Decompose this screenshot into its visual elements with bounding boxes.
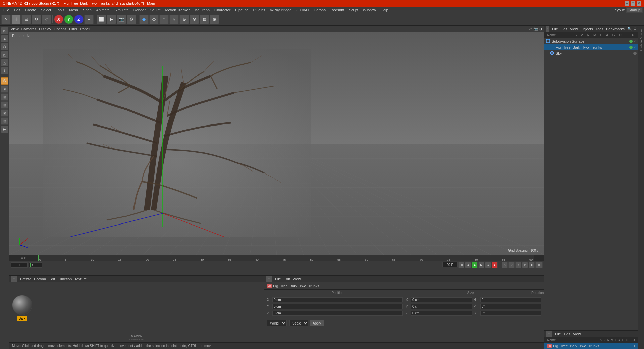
rph-tags[interactable]: Tags [596,27,603,31]
attr-menu-file[interactable]: File [275,277,281,281]
minimize-button[interactable]: ─ [625,1,629,6]
obj-item-sky[interactable]: Sky [544,50,638,56]
tool-rotate[interactable]: ↺ [32,15,41,24]
menu-animate[interactable]: Animate [94,7,112,13]
menu-create[interactable]: Create [23,7,38,13]
tool-object-3[interactable]: ○ [159,15,169,24]
menu-character[interactable]: Character [212,7,232,13]
vt-options[interactable]: Options [54,27,66,31]
sidetool-polygon[interactable]: ⬡ [1,43,8,50]
coord-y-pos[interactable] [272,304,403,309]
rp-attr-toggle[interactable]: ≡ [546,331,552,337]
sidetool-edge[interactable]: ◳ [1,51,8,58]
tool-cursor[interactable]: ↖ [1,15,11,24]
attr-menu-view[interactable]: View [293,277,301,281]
render-picture-viewer[interactable]: 📷 [117,15,126,24]
coord-p-rot[interactable] [480,304,542,309]
axis-all[interactable]: ■ [84,15,94,24]
menu-edit[interactable]: Edit [12,7,22,13]
btn-tl-end[interactable]: ■ [529,262,535,268]
far-right-label-attrib[interactable]: Attribute Browser [639,26,644,54]
menu-redshift[interactable]: Redshift [328,7,346,13]
menu-simulate[interactable]: Simulate [112,7,131,13]
obj-item-figtree[interactable]: Fig_Tree_Bark_Two_Trunks ✓ [544,44,638,50]
vt-expand-icon[interactable]: ⤢ [529,27,532,31]
render-settings[interactable]: ⚙ [127,15,136,24]
apply-button[interactable]: Apply [310,320,324,326]
vt-filter[interactable]: Filter [69,27,77,31]
btn-go-start[interactable]: ⏮ [458,262,464,268]
axis-z[interactable]: Z [74,15,84,24]
rph-objects[interactable]: Objects [580,27,593,31]
sidetool-extra2[interactable]: ⊢ [1,126,8,133]
coord-z-size[interactable] [411,311,472,316]
rph-file[interactable]: File [552,27,558,31]
rp-toggle[interactable]: ≡ [546,26,549,32]
sidetool-point[interactable]: △ [1,59,8,66]
sidetool-grid[interactable]: ⊞ [1,93,8,101]
rp-attr-edit[interactable]: Edit [564,332,570,336]
vt-camera-icon[interactable]: 📷 [533,27,538,31]
sidetool-paint[interactable]: ⊘ [1,85,8,93]
attr-panel-toggle[interactable]: ≡ [266,276,272,282]
coord-x-pos[interactable] [272,297,403,302]
btn-record[interactable]: ● [492,262,498,268]
menu-corona[interactable]: Corona [312,7,328,13]
tool-object-5[interactable]: ⊕ [179,15,189,24]
timeline-scrollbar[interactable]: ⋮ [538,257,541,260]
timeline-playhead[interactable] [38,255,39,261]
rp-settings-icon[interactable]: ⚙ [633,27,637,31]
coord-b-rot[interactable] [480,311,542,316]
tool-object-1[interactable]: ◆ [139,15,149,24]
menu-snap[interactable]: Snap [81,7,94,13]
rph-view[interactable]: View [570,27,578,31]
scale-dropdown[interactable]: Scale [289,320,308,326]
menu-mesh[interactable]: Mesh [67,7,80,13]
btn-next-frame[interactable]: ▶ [478,262,484,268]
rp-attr-file[interactable]: File [555,332,561,336]
tool-object-4[interactable]: ☆ [169,15,179,24]
btn-prev-frame[interactable]: ◀ [465,262,471,268]
mat-menu-create[interactable]: Create [20,277,31,281]
menu-pipeline[interactable]: Pipeline [233,7,250,13]
menu-file[interactable]: File [1,7,11,13]
menu-motiontracker[interactable]: Motion Tracker [163,7,192,13]
rp-search-icon[interactable]: 🔍 [627,27,632,31]
sidetool-spline[interactable]: ⌇ [1,67,8,74]
vt-panel[interactable]: Panel [80,27,90,31]
menu-script[interactable]: Script [347,7,360,13]
coord-z-pos[interactable] [272,311,403,316]
viewport[interactable]: Perspective [9,32,544,255]
axis-y[interactable]: Y [64,15,73,24]
btn-tl-opt3[interactable]: P [522,262,528,268]
world-dropdown[interactable]: World Object [267,320,287,326]
btn-tl-opt2[interactable]: ○ [515,262,521,268]
rp-attr-view[interactable]: View [573,332,581,336]
sidetool-floor[interactable]: ⊟ [1,101,8,109]
end-frame-input[interactable] [442,262,458,267]
btn-play[interactable]: ▶ [472,262,478,268]
vt-display[interactable]: Display [39,27,51,31]
mat-menu-texture[interactable]: Texture [74,277,87,281]
menu-mograph[interactable]: MoGraph [192,7,212,13]
close-button[interactable]: ✕ [637,1,641,6]
tool-object-7[interactable]: ▦ [200,15,209,24]
rph-bookmarks[interactable]: Bookmarks [606,27,625,31]
sidetool-model[interactable]: ▷ [1,27,8,34]
menu-tools[interactable]: Tools [54,7,66,13]
mat-panel-toggle[interactable]: ≡ [11,276,17,282]
timeline-ruler[interactable]: 0 F 0 5 10 15 20 25 [9,255,544,261]
material-item-bark[interactable]: Bark [12,295,32,321]
menu-select[interactable]: Select [39,7,53,13]
tool-transform[interactable]: ⟲ [42,15,51,24]
rp-selected-obj[interactable]: LO Fig_Tree_Bark_Two_Trunks ≡ [544,343,638,349]
btn-go-end[interactable]: ⏭ [485,262,491,268]
coord-x-size[interactable] [411,297,472,302]
menu-vray[interactable]: V-Ray Bridge [268,7,294,13]
maximize-button[interactable]: □ [631,1,635,6]
tool-move[interactable]: ✛ [11,15,21,24]
sidetool-texture[interactable]: ◈ [1,35,8,42]
menu-sculpt[interactable]: Sculpt [148,7,163,13]
menu-plugins[interactable]: Plugins [251,7,267,13]
btn-key[interactable]: ✕ [502,262,508,268]
